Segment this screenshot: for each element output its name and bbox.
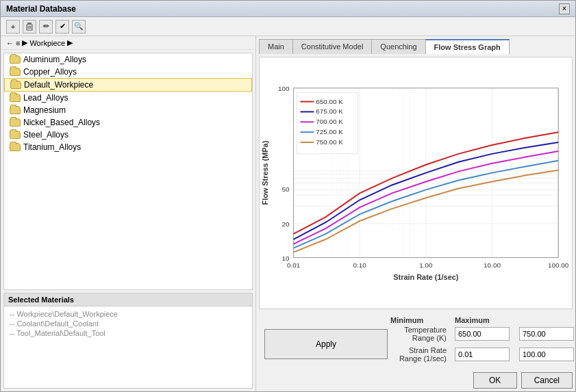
close-button[interactable]: × <box>559 3 570 14</box>
svg-text:Strain Rate (1/sec): Strain Rate (1/sec) <box>393 273 458 281</box>
main-content: ← ≡ ▶ Workpiece ▶ Aluminum_Alloys Copper… <box>1 36 575 391</box>
folder-icon <box>10 81 21 89</box>
tree-item-steel[interactable]: Steel_Alloys <box>4 129 252 141</box>
folder-icon <box>10 131 21 139</box>
temperature-label: Temperature Range (K) <box>390 326 452 342</box>
strain-min-input[interactable] <box>455 348 510 361</box>
svg-text:100.00: 100.00 <box>548 261 569 269</box>
chart-area: 0.01 0.10 1.00 10.00 100.00 Strain Rate … <box>259 57 573 309</box>
tabs-bar: Main Constitutive Model Quenching Flow S… <box>259 39 573 54</box>
tab-quenching[interactable]: Quenching <box>371 39 425 54</box>
tab-flow-stress[interactable]: Flow Stress Graph <box>425 39 510 54</box>
check-button[interactable]: ✔ <box>55 20 69 34</box>
tree-item-label: Magnesium <box>23 105 66 115</box>
tree-item-magnesium[interactable]: Magnesium <box>4 104 252 116</box>
strain-max-input[interactable] <box>519 348 574 361</box>
svg-text:10.00: 10.00 <box>484 261 501 269</box>
breadcrumb-arrow-2: ▶ <box>67 38 73 47</box>
right-panel: Main Constitutive Model Quenching Flow S… <box>256 36 575 391</box>
folder-icon <box>10 118 21 127</box>
toolbar: + ✏ ✔ 🔍 <box>1 17 575 36</box>
svg-text:Flow Stress (MPa): Flow Stress (MPa) <box>261 140 269 205</box>
add-button[interactable]: + <box>6 20 20 34</box>
svg-text:10: 10 <box>282 254 290 262</box>
tab-main[interactable]: Main <box>259 39 293 54</box>
dialog-title: Material Database <box>6 4 76 14</box>
selected-material-workpiece: -- Workpiece\Default_Workpiece <box>10 309 247 319</box>
title-bar: Material Database × <box>1 1 575 17</box>
folder-icon <box>10 55 21 64</box>
tree-item-label: Default_Workpiece <box>24 80 93 90</box>
folder-icon <box>10 68 21 76</box>
tree-item-label: Copper_Alloys <box>23 67 77 77</box>
tree-item-aluminum[interactable]: Aluminum_Alloys <box>4 53 252 66</box>
svg-text:50: 50 <box>282 185 290 193</box>
folder-icon <box>10 94 21 102</box>
bottom-controls: Minimum Maximum Temperature Range (K) Ap… <box>259 312 573 367</box>
svg-text:675.00 K: 675.00 K <box>316 107 343 115</box>
minimum-header: Minimum <box>390 316 452 324</box>
svg-text:0.10: 0.10 <box>353 261 367 269</box>
tree-item-nickel[interactable]: Nickel_Based_Alloys <box>4 116 252 129</box>
empty-col <box>264 316 388 324</box>
folder-icon <box>10 106 21 114</box>
tree-item-default[interactable]: Default_Workpiece <box>4 78 252 92</box>
svg-text:725.00 K: 725.00 K <box>316 128 343 135</box>
tree-item-label: Nickel_Based_Alloys <box>23 118 100 127</box>
selected-material-tool: -- Tool_Material\Default_Tool <box>10 328 247 338</box>
svg-text:1.00: 1.00 <box>419 261 433 269</box>
svg-text:0.01: 0.01 <box>287 261 301 269</box>
strain-label: Strain Rate Range (1/sec) <box>390 346 452 363</box>
menu-icon[interactable]: ≡ <box>16 39 20 47</box>
tree-item-label: Lead_Alloys <box>23 93 68 103</box>
apply-col <box>519 316 567 324</box>
search-button[interactable]: 🔍 <box>72 20 86 34</box>
tab-constitutive[interactable]: Constitutive Model <box>292 39 373 54</box>
tree-item-lead[interactable]: Lead_Alloys <box>4 92 252 104</box>
tree-item-copper[interactable]: Copper_Alloys <box>4 66 252 78</box>
ok-button[interactable]: OK <box>473 372 517 389</box>
controls-header: Minimum Maximum <box>264 316 567 324</box>
delete-button[interactable] <box>23 20 36 34</box>
svg-text:100: 100 <box>278 85 290 92</box>
breadcrumb-workpiece[interactable]: Workpiece <box>29 39 65 47</box>
svg-text:700.00 K: 700.00 K <box>316 118 343 125</box>
back-arrow[interactable]: ← <box>6 39 14 47</box>
selected-material-coolant: -- Coolant\Default_Coolant <box>10 319 247 328</box>
tree-item-titanium[interactable]: Titanium_Alloys <box>4 141 252 153</box>
selected-materials-panel: Selected Materials -- Workpiece\Default_… <box>3 293 253 389</box>
maximum-header: Maximum <box>455 316 516 324</box>
selected-materials-title: Selected Materials <box>4 293 252 306</box>
breadcrumb-arrow-1: ▶ <box>22 38 27 47</box>
tree-item-label: Steel_Alloys <box>23 130 68 140</box>
tree-item-label: Aluminum_Alloys <box>23 55 86 64</box>
cancel-button[interactable]: Cancel <box>521 372 573 389</box>
edit-button[interactable]: ✏ <box>39 20 53 34</box>
temp-max-input[interactable] <box>519 327 574 341</box>
selected-materials-list: -- Workpiece\Default_Workpiece -- Coolan… <box>4 306 252 341</box>
folder-icon <box>10 143 21 151</box>
breadcrumb: ← ≡ ▶ Workpiece ▶ <box>1 36 255 50</box>
tree-item-label: Titanium_Alloys <box>23 142 81 152</box>
left-panel: ← ≡ ▶ Workpiece ▶ Aluminum_Alloys Copper… <box>1 36 256 391</box>
svg-text:750.00 K: 750.00 K <box>316 138 343 146</box>
apply-button[interactable]: Apply <box>264 329 388 359</box>
svg-text:20: 20 <box>282 220 290 228</box>
svg-text:650.00 K: 650.00 K <box>316 98 343 105</box>
flow-stress-chart: 0.01 0.10 1.00 10.00 100.00 Strain Rate … <box>260 57 572 309</box>
material-database-dialog: Material Database × + ✏ ✔ 🔍 ← ≡ ▶ Workpi… <box>0 0 576 392</box>
temp-min-input[interactable] <box>455 327 510 341</box>
footer-buttons: OK Cancel <box>259 372 573 389</box>
material-tree: Aluminum_Alloys Copper_Alloys Default_Wo… <box>3 53 253 290</box>
